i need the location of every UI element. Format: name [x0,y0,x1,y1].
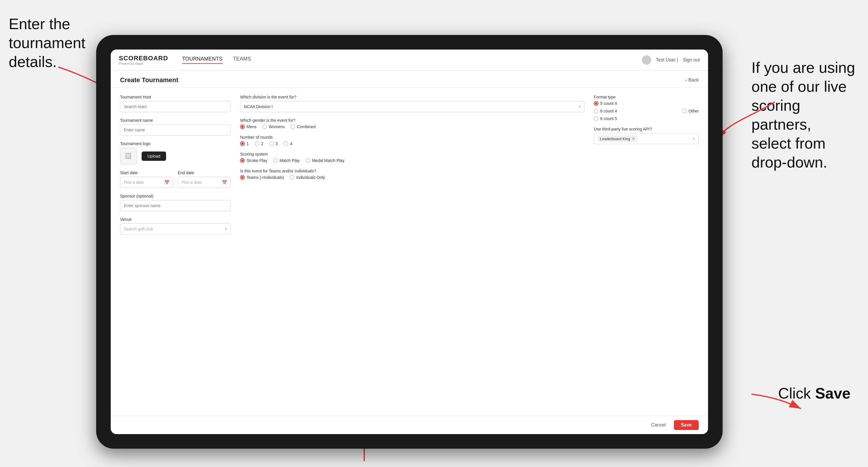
teams-radio[interactable] [240,175,245,180]
rounds-2-label: 2 [261,141,264,146]
back-link[interactable]: ‹ Back [686,77,699,83]
nav-teams[interactable]: TEAMS [233,56,251,64]
live-scoring-input[interactable]: Leaderboard King ✕ ▾ [594,133,699,144]
teams-option[interactable]: Teams (+Individuals) [240,175,284,180]
cancel-button[interactable]: Cancel [647,420,671,430]
live-scoring-field: Use third-party live scoring API? Leader… [594,127,699,144]
scoring-medal-match[interactable]: Medal Match Play [306,158,344,163]
gender-womens[interactable]: Womens [262,124,285,129]
venue-placeholder: Search golf club [124,227,153,231]
save-button[interactable]: Save [674,420,699,430]
gender-mens-radio[interactable] [240,124,245,129]
navbar-logo-title: SCOREBOARD [119,55,168,62]
nav-tournaments[interactable]: TOURNAMENTS [182,56,223,64]
rounds-3-label: 3 [276,141,278,146]
calendar-icon: 📅 [164,180,169,185]
start-date-input[interactable]: Pick a date 📅 [120,177,173,188]
live-scoring-remove[interactable]: ✕ [632,136,635,141]
rounds-1-label: 1 [247,141,249,146]
individuals-label-text: Individuals Only [296,175,325,180]
page-title: Create Tournament [120,76,178,84]
teams-label-text: Teams (+Individuals) [247,175,284,180]
format-5count4-radio[interactable] [594,101,598,106]
format-6count4-radio[interactable] [594,109,598,113]
rounds-1-radio[interactable] [240,141,245,146]
tournament-host-field: Tournament Host [120,95,231,112]
gender-combined[interactable]: Combined [290,124,315,129]
rounds-1[interactable]: 1 [240,141,249,146]
rounds-4-label: 4 [290,141,292,146]
gender-mens[interactable]: Mens [240,124,256,129]
individuals-radio[interactable] [290,175,294,180]
scoring-match[interactable]: Match Play [273,158,300,163]
gender-field: Which gender is the event for? Mens Wome… [240,118,585,129]
format-6count5-label: 6 count 5 [600,116,617,121]
end-date-label: End date [178,170,231,175]
teams-radio-group: Teams (+Individuals) Individuals Only [240,175,585,180]
venue-label: Venue [120,217,231,222]
gender-label: Which gender is the event for? [240,118,585,123]
format-6count5-radio[interactable] [594,116,598,121]
annotation-topleft: Enter the tournament details. [9,14,90,71]
end-date-input[interactable]: Pick a date 📅 [178,177,231,188]
logo-upload-row: 🖼 Upload [120,148,231,165]
form-col-right: Format type 5 count 4 [594,95,699,409]
end-date-placeholder: Pick a date [182,180,202,185]
rounds-radio-group: 1 2 3 4 [240,141,585,146]
format-6count5[interactable]: 6 count 5 [594,116,617,121]
individuals-option[interactable]: Individuals Only [290,175,325,180]
gender-combined-radio[interactable] [290,124,295,129]
division-select[interactable]: NCAA Division I ▾ [240,101,585,112]
image-icon: 🖼 [125,152,132,160]
signout-link[interactable]: Sign out [683,57,700,63]
tournament-host-input[interactable] [120,101,231,112]
start-date-label: Start date [120,170,173,175]
tournament-name-input[interactable] [120,124,231,135]
gender-radio-group: Mens Womens Combined [240,124,585,129]
chevron-down-icon-division: ▾ [579,104,581,109]
rounds-3[interactable]: 3 [269,141,278,146]
navbar-user: Test User | [656,57,678,63]
sponsor-label: Sponsor (optional) [120,194,231,198]
navbar: SCOREBOARD Powered by clippd TOURNAMENTS… [111,50,708,70]
sponsor-field: Sponsor (optional) [120,194,231,211]
sponsor-input[interactable] [120,200,231,211]
teams-field: Is this event for Teams and/or Individua… [240,169,585,180]
live-scoring-value: Leaderboard King [600,137,630,141]
form-footer: Cancel Save [111,416,708,434]
format-field: Format type 5 count 4 [594,95,699,121]
rounds-2-radio[interactable] [255,141,259,146]
calendar-icon-end: 📅 [222,180,227,185]
rounds-4-radio[interactable] [283,141,288,146]
venue-input[interactable]: Search golf club ▾ [120,223,231,235]
upload-button[interactable]: Upload [142,152,166,161]
scoring-stroke[interactable]: Stroke Play [240,158,268,163]
gender-combined-label: Combined [297,124,315,129]
navbar-logo: SCOREBOARD Powered by clippd [119,55,168,65]
scoring-medal-label: Medal Match Play [312,158,344,163]
form-body: Tournament Host Tournament name Tourname… [111,88,708,416]
format-label: Format type [594,95,699,99]
scoring-medal-radio[interactable] [306,158,310,163]
format-5count4-label: 5 count 4 [600,101,617,106]
tournament-logo-label: Tournament logo [120,141,231,146]
scoring-stroke-radio[interactable] [240,158,245,163]
rounds-3-radio[interactable] [269,141,274,146]
format-other[interactable]: Other [682,109,699,113]
form-col-mid: Which division is the event for? NCAA Di… [240,95,585,409]
gender-womens-radio[interactable] [262,124,267,129]
gender-womens-label: Womens [269,124,285,129]
format-5count4[interactable]: 5 count 4 [594,101,617,106]
scoring-match-radio[interactable] [273,158,278,163]
scoring-label: Scoring system [240,152,585,156]
division-label: Which division is the event for? [240,95,585,99]
annotation-topright: If you are using one of our live scoring… [751,58,859,172]
live-scoring-tag: Leaderboard King ✕ [598,135,638,142]
format-other-radio[interactable] [682,109,687,113]
rounds-field: Number of rounds 1 2 [240,135,585,146]
rounds-2[interactable]: 2 [255,141,264,146]
navbar-logo-sub: Powered by clippd [119,62,168,65]
rounds-4[interactable]: 4 [283,141,292,146]
format-6count4[interactable]: 6 count 4 [594,109,617,113]
navbar-right: Test User | Sign out [642,55,700,65]
